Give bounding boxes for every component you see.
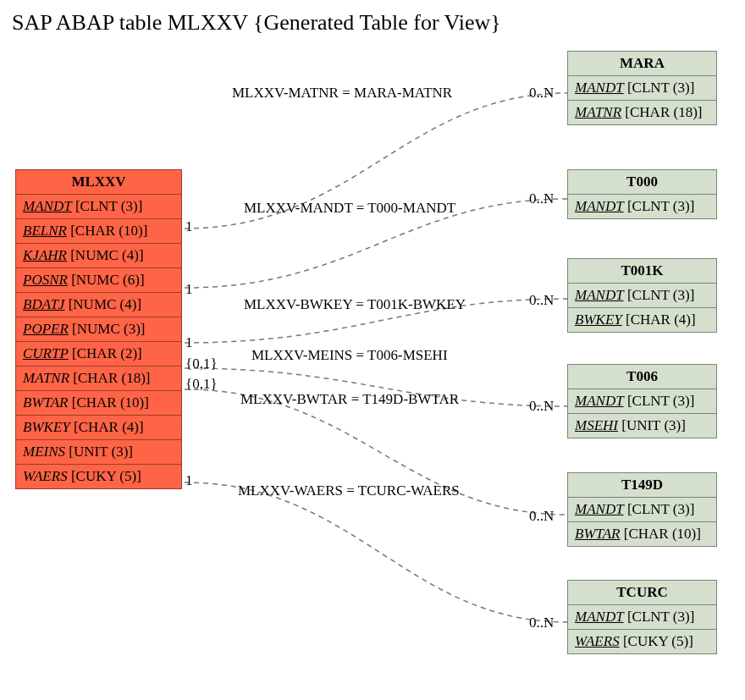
table-field: POPER [NUMC (3)] bbox=[16, 317, 181, 342]
table-field: MANDT [CLNT (3)] bbox=[568, 498, 716, 522]
cardinality-right: 0..N bbox=[529, 508, 554, 525]
table-header: MARA bbox=[568, 52, 716, 76]
table-field: MEINS [UNIT (3)] bbox=[16, 440, 181, 465]
table-header: T006 bbox=[568, 365, 716, 389]
table-field: MSEHI [UNIT (3)] bbox=[568, 414, 716, 438]
table-field: MATNR [CHAR (18)] bbox=[16, 367, 181, 391]
cardinality-right: 0..N bbox=[529, 615, 554, 631]
table-field: BWKEY [CHAR (4)] bbox=[16, 416, 181, 440]
table-header: T001K bbox=[568, 259, 716, 284]
relation-label: MLXXV-WAERS = TCURC-WAERS bbox=[238, 482, 460, 499]
table-mara: MARAMANDT [CLNT (3)]MATNR [CHAR (18)] bbox=[567, 51, 717, 125]
table-header: MLXXV bbox=[16, 170, 181, 195]
table-field: MANDT [CLNT (3)] bbox=[568, 389, 716, 414]
cardinality-right: 0..N bbox=[529, 85, 554, 102]
cardinality-left: 1 bbox=[185, 334, 193, 351]
table-field: BWKEY [CHAR (4)] bbox=[568, 308, 716, 332]
cardinality-right: 0..N bbox=[529, 398, 554, 415]
cardinality-left: {0,1} bbox=[185, 376, 218, 393]
relation-label: MLXXV-BWTAR = T149D-BWTAR bbox=[240, 391, 459, 408]
table-t000: T000MANDT [CLNT (3)] bbox=[567, 169, 717, 219]
table-field: MATNR [CHAR (18)] bbox=[568, 101, 716, 124]
cardinality-left: 1 bbox=[185, 218, 193, 235]
table-field: MANDT [CLNT (3)] bbox=[16, 195, 181, 219]
relation-label: MLXXV-MATNR = MARA-MATNR bbox=[232, 85, 452, 102]
table-header: T149D bbox=[568, 473, 716, 498]
table-t149d: T149DMANDT [CLNT (3)]BWTAR [CHAR (10)] bbox=[567, 472, 717, 547]
cardinality-left: 1 bbox=[185, 472, 193, 489]
table-field: MANDT [CLNT (3)] bbox=[568, 195, 716, 218]
table-field: MANDT [CLNT (3)] bbox=[568, 605, 716, 630]
table-t006: T006MANDT [CLNT (3)]MSEHI [UNIT (3)] bbox=[567, 364, 717, 438]
table-field: CURTP [CHAR (2)] bbox=[16, 342, 181, 367]
cardinality-right: 0..N bbox=[529, 292, 554, 309]
table-field: MANDT [CLNT (3)] bbox=[568, 76, 716, 101]
cardinality-left: 1 bbox=[185, 281, 193, 298]
table-field: WAERS [CUKY (5)] bbox=[568, 630, 716, 653]
cardinality-left: {0,1} bbox=[185, 356, 218, 372]
relation-label: MLXXV-MANDT = T000-MANDT bbox=[244, 200, 455, 217]
table-header: T000 bbox=[568, 170, 716, 195]
table-mlxxv: MLXXV MANDT [CLNT (3)]BELNR [CHAR (10)]K… bbox=[15, 169, 182, 489]
table-t001k: T001KMANDT [CLNT (3)]BWKEY [CHAR (4)] bbox=[567, 258, 717, 333]
table-field: BDATJ [NUMC (4)] bbox=[16, 293, 181, 317]
page-title: SAP ABAP table MLXXV {Generated Table fo… bbox=[12, 10, 501, 36]
relation-label: MLXXV-MEINS = T006-MSEHI bbox=[251, 347, 448, 364]
table-field: MANDT [CLNT (3)] bbox=[568, 284, 716, 308]
table-field: BWTAR [CHAR (10)] bbox=[568, 522, 716, 546]
table-field: BWTAR [CHAR (10)] bbox=[16, 391, 181, 416]
table-field: KJAHR [NUMC (4)] bbox=[16, 244, 181, 268]
table-field: BELNR [CHAR (10)] bbox=[16, 219, 181, 244]
table-field: WAERS [CUKY (5)] bbox=[16, 465, 181, 488]
table-tcurc: TCURCMANDT [CLNT (3)]WAERS [CUKY (5)] bbox=[567, 580, 717, 654]
cardinality-right: 0..N bbox=[529, 190, 554, 207]
table-field: POSNR [NUMC (6)] bbox=[16, 268, 181, 293]
table-header: TCURC bbox=[568, 581, 716, 605]
relation-label: MLXXV-BWKEY = T001K-BWKEY bbox=[244, 296, 466, 313]
